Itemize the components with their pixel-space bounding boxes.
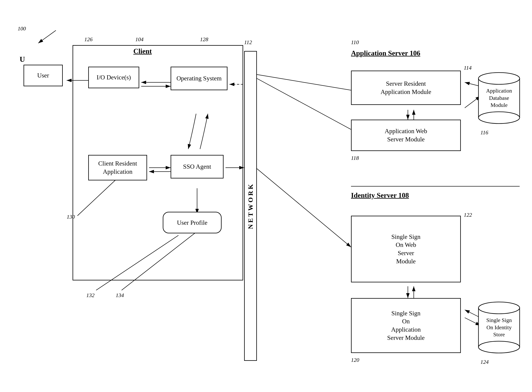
- svg-line-14: [257, 169, 351, 247]
- svg-point-31: [478, 302, 520, 314]
- svg-point-28: [478, 73, 520, 84]
- svg-point-29: [478, 112, 520, 124]
- ref-116: 116: [481, 129, 488, 136]
- app-server-title: Application Server 106: [351, 49, 420, 57]
- sso-app-server-box: Single Sign On Application Server Module: [351, 298, 461, 353]
- ref-112: 112: [244, 39, 252, 46]
- ref-118: 118: [351, 155, 359, 161]
- sso-agent-box: SSO Agent: [171, 155, 224, 178]
- ref-122: 122: [464, 212, 472, 218]
- ref-132: 132: [86, 292, 94, 299]
- ref-124: 124: [481, 359, 489, 365]
- ref-110: 110: [351, 39, 359, 46]
- user-box: User: [23, 65, 63, 86]
- svg-line-13: [257, 79, 351, 129]
- client-resident-box: Client Resident Application: [88, 155, 147, 180]
- ref-130: 130: [67, 214, 75, 220]
- ref-126: 126: [84, 36, 93, 42]
- svg-line-3: [38, 30, 56, 43]
- client-label: Client: [133, 47, 152, 55]
- ref-114: 114: [464, 65, 471, 71]
- svg-point-32: [478, 341, 520, 353]
- sso-web-server-box: Single Sign On Web Server Module: [351, 216, 461, 282]
- label-U: U: [20, 55, 25, 64]
- ref-128: 128: [200, 36, 208, 42]
- ref-100: 100: [18, 25, 26, 32]
- ref-120: 120: [351, 357, 359, 363]
- network-bar: NETWORK: [244, 51, 257, 361]
- user-profile-box: User Profile: [163, 212, 222, 233]
- app-web-server-box: Application Web Server Module: [351, 120, 461, 151]
- identity-server-title: Identity Server 108: [351, 191, 409, 199]
- svg-line-12: [257, 75, 351, 90]
- server-resident-box: Server Resident Application Module: [351, 71, 461, 105]
- ref-134: 134: [116, 292, 124, 299]
- diagram: 100 U User 126 104 128 Client I/O Device…: [0, 0, 532, 392]
- app-database-cylinder: Application Database Module: [476, 71, 522, 126]
- ref-104: 104: [135, 36, 144, 42]
- sso-identity-store-cylinder: Single Sign On Identity Store: [476, 300, 522, 355]
- operating-system-box: Operating System: [171, 67, 228, 90]
- io-device-box: I/O Device(s): [88, 67, 139, 88]
